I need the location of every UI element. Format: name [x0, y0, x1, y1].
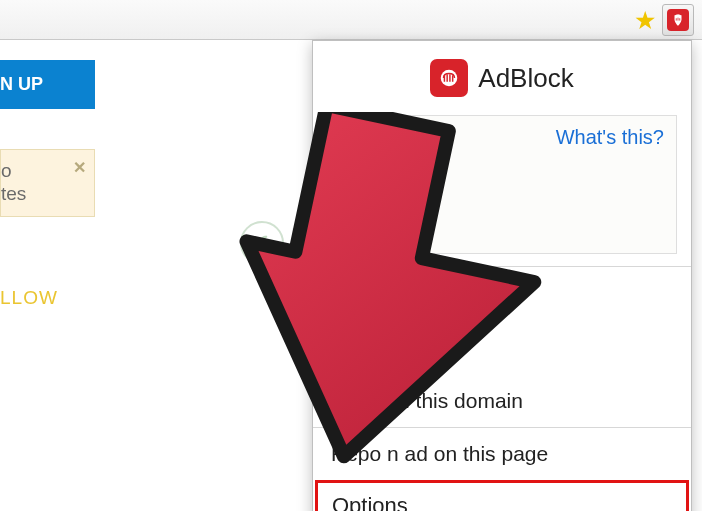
adblock-popup: AdBlock Blocked ads: What's this? 7 on t…	[312, 40, 692, 511]
page-count: 7	[340, 151, 351, 173]
stat-total: 14 in total	[340, 176, 664, 199]
adblock-extension-button[interactable]	[662, 4, 694, 36]
menu-section-2: Repo n ad on this page	[313, 427, 691, 480]
browser-toolbar: ★	[0, 0, 702, 40]
menu-report[interactable]: Repo n ad on this page	[313, 436, 691, 472]
menu-options-highlighted[interactable]: Options	[315, 480, 689, 511]
stats-box: Blocked ads: What's this? 7 on this pa 1…	[327, 115, 677, 254]
menu-block[interactable]: Block a	[313, 311, 691, 347]
follow-label-fragment: LLOW	[0, 287, 95, 309]
menu-pause[interactable]: Pause A	[313, 275, 691, 311]
total-count: 14	[340, 176, 362, 198]
notice-card-fragment: ✕ o tes	[0, 149, 95, 217]
adblock-icon	[667, 9, 689, 31]
close-icon[interactable]: ✕	[73, 158, 86, 177]
watermark-badge-icon: ✔	[240, 221, 284, 265]
adblock-logo-icon	[430, 59, 468, 97]
blocked-ads-label: Blocked ads:	[340, 126, 455, 149]
menu-section-1: Pause A Block a Don't ru Don't r n this …	[313, 266, 691, 427]
popup-header: AdBlock	[313, 41, 691, 111]
show-checkbox[interactable]	[340, 216, 360, 236]
menu-dont-run[interactable]: Don't ru	[313, 347, 691, 383]
total-suffix: in total	[368, 176, 427, 198]
menu-dont-domain[interactable]: Don't r n this domain	[313, 383, 691, 419]
toolbar-right-group: ★	[634, 4, 694, 36]
page-suffix: on this pa	[357, 151, 444, 173]
notice-line: tes	[1, 183, 86, 206]
signup-button-fragment[interactable]: N UP	[0, 60, 95, 109]
show-row: Show	[340, 213, 664, 239]
left-partial-content: N UP ✕ o tes LLOW	[0, 60, 95, 309]
popup-title: AdBlock	[478, 63, 573, 94]
bookmark-star-icon[interactable]: ★	[634, 8, 656, 33]
show-label: Show	[370, 213, 425, 239]
stat-page: 7 on this pa	[340, 151, 664, 174]
whats-this-link[interactable]: What's this?	[556, 126, 664, 149]
